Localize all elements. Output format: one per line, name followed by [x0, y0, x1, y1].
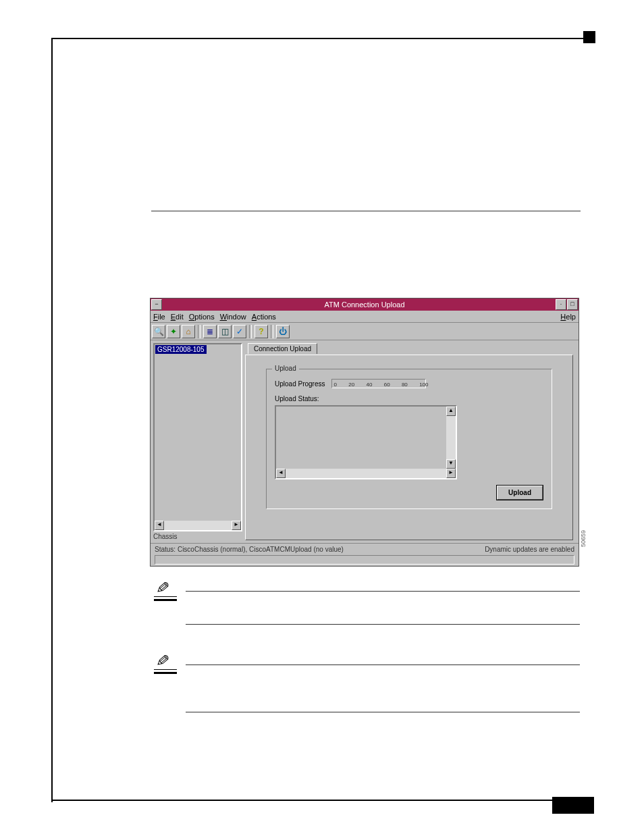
menu-help[interactable]: Help [560, 313, 576, 321]
figure-code: 50659 [580, 530, 587, 547]
vertical-scrollbar[interactable]: ▲ ▼ [446, 407, 456, 469]
minimize-button[interactable]: · [556, 299, 566, 310]
scroll-right-icon[interactable]: ► [446, 469, 456, 478]
menu-file[interactable]: File [153, 313, 165, 321]
list-icon[interactable]: ≣ [203, 325, 217, 338]
chassis-list-item[interactable]: GSR12008-105 [155, 345, 207, 354]
maximize-button[interactable]: □ [567, 299, 578, 310]
menu-edit[interactable]: Edit [171, 313, 184, 321]
chassis-list[interactable]: GSR12008-105 ◄ ► [153, 343, 242, 531]
toolbar: 🔍 ✦ ⌂ ≣ ◫ ✓ ? ⏻ [151, 323, 579, 340]
tab-connection-upload[interactable]: Connection Upload [248, 343, 317, 354]
statusbar: Status: CiscoChassis (normal), CiscoATMC… [151, 543, 579, 566]
upload-button[interactable]: Upload [496, 485, 543, 500]
application-window: − ATM Connection Upload · □ File Edit Op… [150, 298, 579, 567]
status-text-left: Status: CiscoChassis (normal), CiscoATMC… [155, 546, 344, 553]
upload-groupbox: Upload Upload Progress 0 20 40 60 [266, 369, 552, 509]
check-icon[interactable]: ✓ [233, 325, 246, 338]
toolbar-separator [271, 325, 273, 338]
tab-panel: Upload Upload Progress 0 20 40 60 [245, 355, 573, 540]
upload-progress-label: Upload Progress [275, 380, 325, 388]
menu-window[interactable]: Window [220, 313, 246, 321]
topology-icon[interactable]: ✦ [167, 325, 180, 338]
upload-status-textarea[interactable]: ▲ ▼ ◄ ► [275, 405, 457, 479]
toolbar-separator [198, 325, 200, 338]
help-icon[interactable]: ? [254, 325, 268, 338]
home-icon[interactable]: ⌂ [182, 325, 195, 338]
horizontal-scrollbar[interactable]: ◄ ► [155, 521, 241, 530]
note-icon [154, 656, 177, 674]
scroll-down-icon[interactable]: ▼ [446, 459, 456, 469]
scroll-track[interactable] [164, 521, 232, 530]
upload-progress-bar: 0 20 40 60 80 100 [331, 379, 426, 388]
status-sunken-bar [155, 555, 574, 565]
left-pane: GSR12008-105 ◄ ► Chassis [151, 340, 245, 543]
horizontal-scrollbar[interactable]: ◄ ► [276, 469, 456, 478]
scroll-track[interactable] [446, 416, 456, 459]
progress-ticks: 0 20 40 60 80 100 [333, 382, 428, 388]
status-text-right: Dynamic updates are enabled [485, 546, 574, 553]
scroll-left-icon[interactable]: ◄ [276, 469, 286, 478]
find-icon[interactable]: 🔍 [152, 325, 165, 338]
database-icon[interactable]: ◫ [218, 325, 232, 338]
system-menu-button[interactable]: − [151, 299, 162, 310]
titlebar: − ATM Connection Upload · □ [151, 298, 579, 311]
menu-options[interactable]: Options [189, 313, 215, 321]
window-title: ATM Connection Upload [324, 301, 404, 309]
menubar: File Edit Options Window Actions Help [151, 311, 579, 323]
chassis-label: Chassis [153, 533, 242, 540]
note-icon [154, 583, 177, 601]
toolbar-separator [249, 325, 252, 338]
groupbox-legend: Upload [272, 365, 299, 372]
upload-status-label: Upload Status: [275, 395, 319, 402]
scroll-left-icon[interactable]: ◄ [155, 521, 164, 530]
scroll-up-icon[interactable]: ▲ [446, 407, 456, 416]
power-icon[interactable]: ⏻ [276, 325, 290, 338]
scroll-track[interactable] [286, 469, 446, 478]
scroll-right-icon[interactable]: ► [232, 521, 241, 530]
menu-actions[interactable]: Actions [252, 313, 276, 321]
